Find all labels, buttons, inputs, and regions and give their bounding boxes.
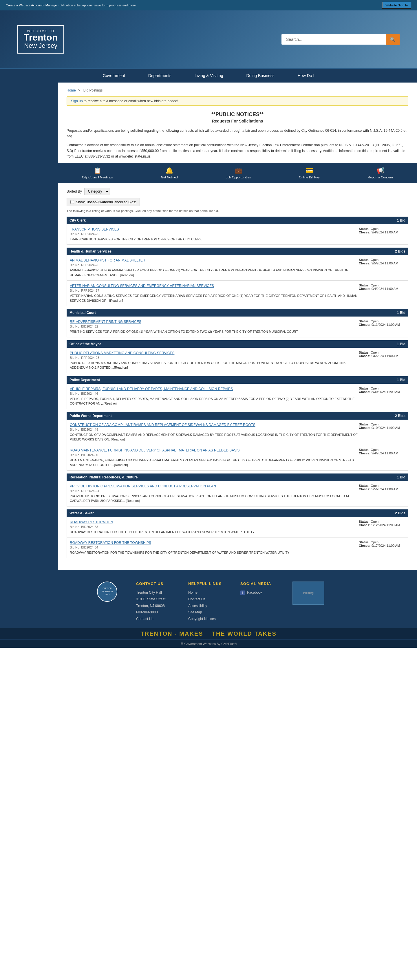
bid-title[interactable]: ROAD MAINTENANCE, FURNISHING AND DELIVER…: [70, 448, 240, 452]
bid-item-header: VETERINARIAN CONSULTING SERVICES AND EME…: [70, 283, 405, 303]
nav-how-do-i[interactable]: How Do I: [286, 68, 326, 83]
closes-label: Closes:: [359, 287, 370, 291]
footer-link-home[interactable]: Home: [188, 589, 229, 596]
dept-name: Health & Human Services: [70, 249, 111, 253]
footer-phone: 609-989-3000: [136, 609, 177, 616]
footer-facebook-label: Facebook: [247, 590, 263, 595]
sort-label: Sorted By: [67, 189, 82, 194]
quick-link-city-council[interactable]: 📋 City Council Meetings: [79, 167, 116, 179]
notification-signup-link[interactable]: Sign up: [71, 99, 83, 103]
status-value: Open: [371, 320, 379, 323]
bid-status-block: Status: Open Closes: 9/5/2024 11:00 AM: [359, 258, 405, 265]
bid-title[interactable]: VETERINARIAN CONSULTING SERVICES AND EME…: [70, 284, 214, 288]
status-label: Status:: [359, 258, 369, 261]
bid-title[interactable]: VEHICLE REPAIRS, FURNISH AND DELIVERY OF…: [70, 387, 233, 391]
bid-item-header: PUBLIC RELATIONS MARKETING AND CONSULTIN…: [70, 351, 405, 370]
dept-header: Water & Sewer2 Bids: [67, 509, 408, 517]
dept-bid-count: 1 Bid: [397, 218, 406, 223]
bid-number: Bid No. BID2024-50: [70, 453, 359, 457]
sort-select[interactable]: Category: [84, 188, 110, 195]
status-value: Open: [371, 258, 379, 261]
bid-title[interactable]: CONSTRUCTION OF ADA COMPLIANT RAMPS AND …: [70, 423, 255, 427]
dept-name: Municipal Court: [70, 311, 96, 315]
quick-link-get-notified[interactable]: 🔔 Get Notified: [158, 167, 181, 179]
show-closed-checkbox[interactable]: [70, 200, 74, 204]
closes-label: Closes:: [359, 354, 370, 358]
status-label: Status:: [359, 351, 369, 354]
site-footer: CITY OFTRENTON1792 CONTACT US Trenton Ci…: [0, 570, 417, 628]
dept-bid-count: 2 Bids: [395, 414, 406, 418]
civicplus-link[interactable]: Government Websites By CivicPlus®: [185, 642, 237, 646]
quick-link-city-council-label: City Council Meetings: [82, 175, 113, 179]
bid-title[interactable]: PUBLIC RELATIONS MARKETING AND CONSULTIN…: [70, 351, 174, 355]
nav-government[interactable]: Government: [91, 68, 137, 83]
closes-label: Closes:: [359, 544, 370, 547]
bid-title[interactable]: ROADWAY RESTORATION FOR THE TOWNSHIPS: [70, 541, 151, 545]
nav-doing-business[interactable]: Doing Business: [234, 68, 286, 83]
dept-bid-count: 2 Bids: [395, 249, 406, 253]
dept-bid-count: 1 Bid: [397, 342, 406, 346]
bid-item-header: ANIMAL BEHAVIORIST FOR ANIMAL SHELTER Bi…: [70, 258, 405, 277]
quick-link-report-concern[interactable]: 📢 Report a Concern: [365, 167, 396, 179]
bid-item-header: PROVIDE HISTORIC PRESERVATION SERVICES A…: [70, 484, 405, 503]
bid-item-header: CONSTRUCTION OF ADA COMPLIANT RAMPS AND …: [70, 423, 405, 442]
bid-status-row: Status: Open: [359, 283, 405, 287]
footer-link-contact[interactable]: Contact Us: [188, 596, 229, 603]
bid-status-block: Status: Open Closes: 9/5/2024 11:00 AM: [359, 484, 405, 491]
bid-title[interactable]: TRANSCRIPTIONS SERVICES: [70, 228, 119, 231]
bid-item: ANIMAL BEHAVIORIST FOR ANIMAL SHELTER Bi…: [67, 255, 408, 281]
bid-title[interactable]: ANIMAL BEHAVIORIST FOR ANIMAL SHELTER: [70, 258, 145, 262]
bid-description: ANIMAL BEHAVIORIST FOR ANIMAL SHELTER FO…: [70, 268, 359, 277]
dept-bid-count: 2 Bids: [395, 511, 406, 515]
breadcrumb-home[interactable]: Home: [67, 88, 76, 92]
search-button[interactable]: 🔍: [386, 34, 399, 45]
show-closed-label: Show Closed/Awarded/Cancelled Bids:: [76, 200, 136, 204]
report-concern-icon: 📢: [376, 167, 384, 174]
bid-title[interactable]: PROVIDE HISTORIC PRESERVATION SERVICES A…: [70, 484, 216, 488]
bid-item: VETERINARIAN CONSULTING SERVICES AND EME…: [67, 281, 408, 306]
breadcrumb: Home > Bid Postings: [67, 88, 408, 92]
closes-value: 9/4/2024 11:00 AM: [372, 452, 398, 455]
quick-link-online-bill-pay[interactable]: 💳 Online Bill Pay: [296, 167, 323, 179]
bid-status-block: Status: Open Closes: 9/12/2024 11:00 AM: [359, 520, 405, 527]
dept-name: Police Department: [70, 378, 100, 382]
bid-closes-row: Closes: 9/11/2024 11:00 AM: [359, 323, 405, 326]
bid-status-row: Status: Open: [359, 484, 405, 487]
bid-status-row: Status: Open: [359, 423, 405, 426]
closes-label: Closes:: [359, 261, 370, 265]
bid-item-header: RE-ADVERTISEMENT PRINTING SERVICES Bid N…: [70, 320, 405, 334]
footer-link-sitemap[interactable]: Site Map: [188, 609, 229, 616]
footer-link-accessibility[interactable]: Accessibility: [188, 603, 229, 609]
footer-link-copyright[interactable]: Copyright Notices: [188, 616, 229, 622]
bid-status-block: Status: Open Closes: 9/10/2024 11:00 AM: [359, 423, 405, 430]
footer-contact-link[interactable]: Contact Us: [136, 616, 177, 622]
closes-label: Closes:: [359, 523, 370, 527]
bid-title[interactable]: ROADWAY RESTORATION: [70, 520, 113, 524]
intro-paragraph-2: Contractor is advised of the responsibil…: [67, 143, 408, 159]
nav-departments[interactable]: Departments: [137, 68, 183, 83]
bid-description: TRANSCRIPTION SERVICES FOR THE CITY OF T…: [70, 237, 202, 242]
bid-closes-row: Closes: 9/5/2024 11:00 AM: [359, 261, 405, 265]
city-council-icon: 📋: [94, 167, 101, 174]
quick-link-online-bill-pay-label: Online Bill Pay: [299, 175, 320, 179]
footer-facebook-link[interactable]: f Facebook: [240, 589, 281, 596]
main-content: Home > Bid Postings Sign up to receive a…: [58, 83, 417, 570]
bid-status-block: Status: Open Closes: 9/4/2024 11:00 AM: [359, 227, 405, 234]
footer-tagline: TRENTON - MAKES THE WORLD TAKES: [0, 628, 417, 640]
breadcrumb-current: Bid Postings: [83, 88, 103, 92]
closes-value: 9/11/2024 11:00 AM: [372, 323, 400, 326]
search-input[interactable]: [282, 34, 386, 45]
show-closed-button[interactable]: Show Closed/Awarded/Cancelled Bids:: [67, 198, 140, 206]
footer-address3: Trenton, NJ 08608: [136, 603, 177, 609]
closes-value: 9/17/2024 11:00 AM: [372, 544, 400, 547]
nav-living-visiting[interactable]: Living & Visiting: [183, 68, 235, 83]
status-label: Status:: [359, 423, 369, 426]
bid-status-row: Status: Open: [359, 258, 405, 261]
sign-in-button[interactable]: Website Sign In: [382, 2, 411, 9]
quick-links-bar: 📋 City Council Meetings 🔔 Get Notified 💼…: [58, 163, 417, 183]
quick-link-job-opportunities[interactable]: 💼 Job Opportunities: [223, 167, 254, 179]
bid-item: PROVIDE HISTORIC PRESERVATION SERVICES A…: [67, 481, 408, 506]
footer-building-image: Building: [293, 582, 324, 605]
bid-title[interactable]: RE-ADVERTISEMENT PRINTING SERVICES: [70, 320, 141, 324]
closes-value: 9/10/2024 11:00 AM: [372, 426, 400, 430]
